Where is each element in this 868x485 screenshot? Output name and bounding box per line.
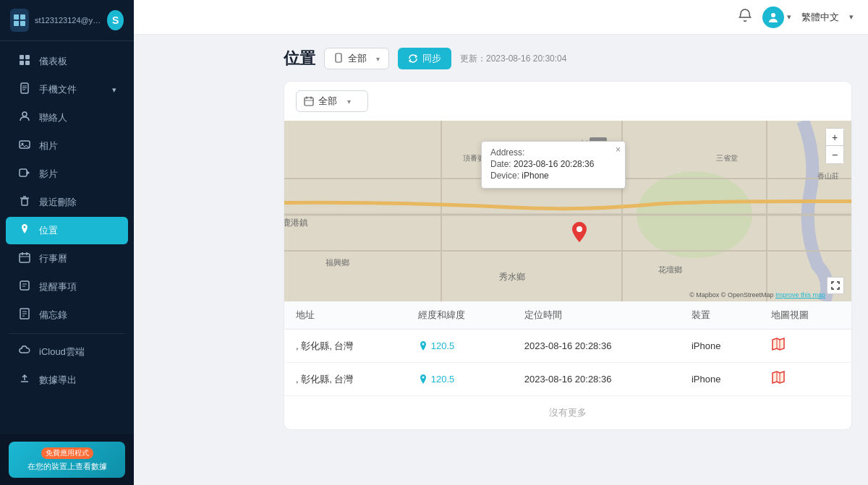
user-avatar[interactable]: ▾ <box>762 7 791 28</box>
sidebar-item-reminders[interactable]: 提醒事項 <box>6 273 128 301</box>
table-row: , 彰化縣, 台灣 120.5 2023-08-16 20:28:36 iPho… <box>284 330 851 363</box>
sidebar-item-label-contacts: 聯絡人 <box>39 111 67 124</box>
sidebar-item-location[interactable]: 位置 <box>6 217 128 244</box>
sidebar-item-label-export: 數據導出 <box>39 374 77 387</box>
svg-marker-63 <box>773 338 784 350</box>
cell-device-0: iPhone <box>680 330 760 363</box>
zoom-in-button[interactable]: + <box>826 129 843 146</box>
cell-time-1: 2023-08-16 20:28:36 <box>513 363 680 396</box>
device-selector[interactable]: 全部 ▾ <box>324 48 389 69</box>
coord-link-0[interactable]: 120.5 <box>418 340 501 351</box>
photos-icon <box>17 139 32 153</box>
map-view-button-0[interactable] <box>771 340 786 354</box>
col-time: 定位時間 <box>513 301 680 330</box>
svg-rect-25 <box>20 281 29 290</box>
map-zoom-controls: + − <box>825 128 844 164</box>
svg-point-66 <box>422 376 424 378</box>
svg-point-61 <box>576 226 582 232</box>
main-content: 位置 全部 ▾ 同步 更新：2023-08-16 20:30:04 全部 ▾ <box>268 35 868 485</box>
col-device: 裝置 <box>680 301 760 330</box>
cell-address-1: , 彰化縣, 台灣 <box>284 363 407 396</box>
sidebar-item-photos[interactable]: 相片 <box>6 132 128 160</box>
popup-device-line: Device: iPhone <box>490 171 616 181</box>
promo-badge: 免費應用程式 <box>41 447 93 459</box>
map-view-button-1[interactable] <box>771 373 786 387</box>
notification-bell[interactable] <box>738 8 752 26</box>
sidebar-item-contacts[interactable]: 聯絡人 <box>6 104 128 132</box>
sidebar-item-dashboard[interactable]: 儀表板 <box>6 48 128 75</box>
sidebar-item-label-location: 位置 <box>39 224 58 237</box>
svg-text:福興鄉: 福興鄉 <box>326 258 349 267</box>
sidebar-item-videos[interactable]: 影片 <box>6 160 128 188</box>
svg-text:香山莊: 香山莊 <box>817 172 839 180</box>
promo-text: 在您的裝置上查看數據 <box>16 461 118 472</box>
svg-rect-33 <box>336 53 341 62</box>
cell-mapview-0 <box>760 330 851 363</box>
table-row: , 彰化縣, 台灣 120.5 2023-08-16 20:28:36 iPho… <box>284 363 851 396</box>
footer-promo-banner[interactable]: 免費應用程式 在您的裝置上查看數據 <box>9 442 125 478</box>
map-fullscreen-button[interactable] <box>827 277 844 294</box>
page-title: 位置 <box>284 48 315 69</box>
svg-rect-7 <box>25 61 30 65</box>
col-coordinates: 經度和緯度 <box>407 301 513 330</box>
user-dropdown-arrow: ▾ <box>787 12 791 22</box>
svg-rect-4 <box>20 55 24 59</box>
update-info: 更新：2023-08-16 20:30:04 <box>460 53 566 65</box>
sidebar-brand-logo: S <box>107 10 124 30</box>
phone-files-icon <box>17 82 32 97</box>
svg-text:秀水鄉: 秀水鄉 <box>499 272 525 282</box>
svg-rect-3 <box>20 21 25 26</box>
svg-point-32 <box>771 13 775 17</box>
export-icon <box>17 373 32 387</box>
popup-address-line: Address: <box>490 147 616 158</box>
sidebar-nav: 儀表板 手機文件 ▾ 聯絡人 相片 <box>0 41 134 434</box>
language-selector[interactable]: 繁體中文 <box>801 11 839 24</box>
device-selector-label: 全部 <box>348 52 367 65</box>
card-header: 全部 ▾ <box>284 82 851 121</box>
sidebar-item-export[interactable]: 數據導出 <box>6 366 128 394</box>
svg-rect-1 <box>20 14 25 20</box>
location-table: 地址 經度和緯度 定位時間 裝置 地圖視圖 , 彰化縣, 台灣 120.5 20… <box>284 301 851 395</box>
cell-coord-0: 120.5 <box>407 330 513 363</box>
map-container: 鹿港鎮 福興鄉 秀水鄉 花壇鄉 頂寮 頂番婆 大埔尾 三省堂 香山莊 四德庄 1… <box>284 121 851 301</box>
sidebar-header: st123123124@yahoo... S <box>0 0 134 41</box>
sync-button-label: 同步 <box>422 52 441 65</box>
svg-point-62 <box>422 343 424 345</box>
sidebar-item-phone-files[interactable]: 手機文件 ▾ <box>6 76 128 103</box>
coord-link-1[interactable]: 120.5 <box>418 374 501 385</box>
svg-point-12 <box>22 112 27 116</box>
sidebar-item-label-recently-deleted: 最近刪除 <box>39 196 77 209</box>
svg-rect-21 <box>20 254 30 262</box>
sidebar-item-recently-deleted[interactable]: 最近刪除 <box>6 189 128 216</box>
sidebar-item-icloud[interactable]: iCloud雲端 <box>6 338 128 366</box>
col-address: 地址 <box>284 301 407 330</box>
sidebar-item-notes[interactable]: 備忘錄 <box>6 301 128 329</box>
contacts-icon <box>17 111 32 125</box>
device-dropdown-arrow: ▾ <box>376 55 380 63</box>
cell-address-0: , 彰化縣, 台灣 <box>284 330 407 363</box>
device-selector-icon <box>333 53 344 65</box>
svg-text:花壇鄉: 花壇鄉 <box>658 265 682 274</box>
popup-date-line: Date: 2023-08-16 20:28:36 <box>490 159 616 169</box>
svg-rect-0 <box>14 14 19 20</box>
icloud-icon <box>17 345 32 359</box>
cell-mapview-1 <box>760 363 851 396</box>
svg-rect-6 <box>20 61 24 65</box>
svg-point-20 <box>24 226 26 228</box>
date-filter[interactable]: 全部 ▾ <box>296 90 368 112</box>
map-pin <box>572 222 587 246</box>
reminders-icon <box>17 280 32 294</box>
map-info-popup: × Address: Date: 2023-08-16 20:28:36 Dev… <box>481 141 626 189</box>
sidebar-email: st123123124@yahoo... <box>35 16 101 25</box>
location-icon <box>17 223 32 238</box>
map-improve-link[interactable]: Improve this map <box>775 291 825 299</box>
date-filter-label: 全部 <box>318 95 337 108</box>
popup-close-button[interactable]: × <box>616 145 621 155</box>
zoom-out-button[interactable]: − <box>826 146 843 163</box>
videos-icon <box>17 167 32 181</box>
sidebar-item-label-videos: 影片 <box>39 168 58 181</box>
sidebar-item-label-phone-files: 手機文件 <box>39 83 77 96</box>
svg-marker-67 <box>773 372 784 383</box>
sync-button[interactable]: 同步 <box>398 48 451 69</box>
sidebar-item-calendar[interactable]: 行事曆 <box>6 245 128 272</box>
